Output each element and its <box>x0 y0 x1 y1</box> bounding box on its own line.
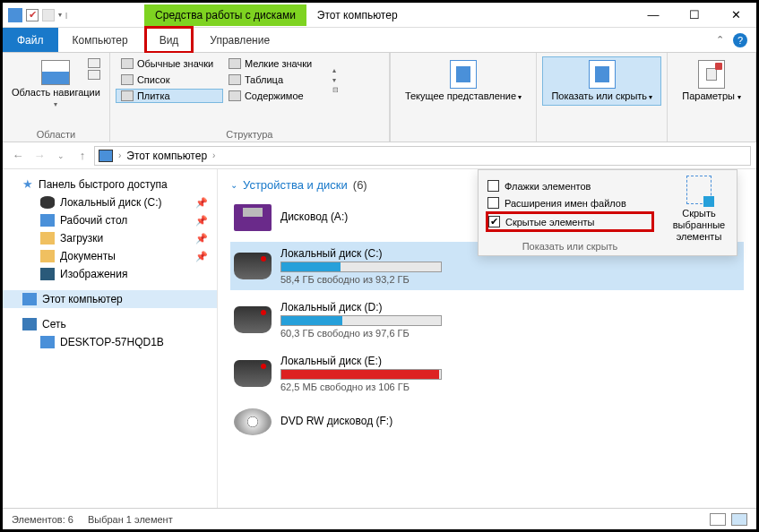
address-field[interactable]: › Этот компьютер › <box>94 146 751 166</box>
close-button[interactable]: ✕ <box>715 3 756 28</box>
sidebar-network-host[interactable]: DESKTOP-57HQD1B <box>3 333 217 351</box>
hdd-drive-icon <box>234 306 272 333</box>
explorer-window: ✔ ▾ | Средства работы с дисками Этот ком… <box>0 0 759 532</box>
drive-item[interactable]: Локальный диск (D:)60,3 ГБ свободно из 9… <box>230 296 744 344</box>
scroll-down-icon[interactable]: ▾ <box>332 76 339 84</box>
drive-item[interactable]: Локальный диск (E:)62,5 МБ свободно из 1… <box>230 349 744 398</box>
title-bar: ✔ ▾ | Средства работы с дисками Этот ком… <box>3 3 756 28</box>
options-button[interactable]: Параметры ▾ <box>673 56 750 106</box>
recent-dropdown-icon[interactable]: ⌄ <box>51 146 71 166</box>
tiles-view-toggle[interactable] <box>731 513 747 526</box>
scroll-up-icon[interactable]: ▴ <box>332 66 339 74</box>
chevron-right-icon[interactable]: › <box>118 150 121 160</box>
ribbon-group-current-view: Текущее представление ▾ <box>390 53 537 142</box>
drive-tools-context-tab[interactable]: Средства работы с дисками <box>144 4 306 26</box>
tab-computer[interactable]: Компьютер <box>58 28 142 52</box>
expand-gallery-icon[interactable]: ⊟ <box>332 86 339 94</box>
hide-selected-button[interactable]: Скрыть выбранные элементы <box>661 170 737 255</box>
up-button[interactable]: ↑ <box>73 146 92 166</box>
show-hide-icon <box>589 60 616 89</box>
status-selection: Выбран 1 элемент <box>88 514 173 525</box>
this-pc-icon <box>99 150 113 162</box>
checkbox-unchecked-icon <box>487 180 499 192</box>
drive-space-bar <box>280 369 442 380</box>
hdd-drive-icon <box>234 253 272 279</box>
show-hide-popup: Флажки элементов Расширения имен файлов … <box>478 169 737 256</box>
ribbon-tabs: Файл Компьютер Вид Управление ⌃ ? <box>3 28 756 53</box>
options-icon <box>698 60 725 89</box>
disk-icon <box>40 196 55 209</box>
show-hide-button[interactable]: Показать или скрыть ▾ <box>542 56 661 106</box>
details-view-toggle[interactable] <box>710 513 726 526</box>
layout-content[interactable]: Содержимое <box>223 89 331 103</box>
floppy-drive-icon <box>234 204 272 231</box>
navigation-pane: ★ Панель быстрого доступа Локальный диск… <box>3 169 218 508</box>
chevron-down-icon: ⌄ <box>230 180 237 190</box>
breadcrumb-segment[interactable]: Этот компьютер <box>126 150 207 162</box>
pin-icon: 📌 <box>195 197 208 209</box>
help-icon[interactable]: ? <box>733 33 747 47</box>
layout-tiles[interactable]: Плитка <box>116 89 223 103</box>
current-view-button[interactable]: Текущее представление ▾ <box>396 56 530 106</box>
window-title: Этот компьютер <box>317 9 398 21</box>
drive-item[interactable]: DVD RW дисковод (F:) <box>230 403 744 441</box>
sidebar-item-documents[interactable]: Документы📌 <box>3 247 217 265</box>
minimize-button[interactable]: — <box>633 3 674 28</box>
hide-selected-icon <box>686 176 712 204</box>
preview-pane-icon[interactable] <box>88 58 100 68</box>
chevron-right-icon[interactable]: › <box>212 150 215 160</box>
details-pane-icon[interactable] <box>88 70 100 80</box>
layout-small-icons[interactable]: Мелкие значки <box>223 56 331 71</box>
content-area: ★ Панель быстрого доступа Локальный диск… <box>3 169 756 508</box>
hdd-drive-icon <box>234 360 272 387</box>
checkbox-file-extensions[interactable]: Расширения имен файлов <box>486 194 654 211</box>
documents-icon <box>40 250 55 262</box>
status-item-count: Элементов: 6 <box>12 514 73 525</box>
ribbon-group-panes: Область навигации ▾ Области <box>3 53 110 142</box>
checkbox-unchecked-icon <box>487 197 499 209</box>
sidebar-network[interactable]: Сеть <box>3 315 217 333</box>
checkbox-checked-icon: ✔ <box>488 216 500 227</box>
layout-table[interactable]: Таблица <box>223 73 331 87</box>
maximize-button[interactable]: ☐ <box>674 3 715 28</box>
current-view-icon <box>450 60 477 89</box>
ribbon-group-options: Параметры ▾ <box>668 53 756 142</box>
pictures-icon <box>40 268 55 280</box>
sidebar-item-downloads[interactable]: Загрузки📌 <box>3 229 217 247</box>
tab-view[interactable]: Вид <box>144 26 194 54</box>
layout-normal-icons[interactable]: Обычные значки <box>116 56 223 71</box>
network-icon <box>22 318 37 330</box>
computer-icon <box>40 336 55 348</box>
window-controls: — ☐ ✕ <box>633 3 756 28</box>
tab-manage[interactable]: Управление <box>195 28 284 52</box>
qat-blank-icon[interactable] <box>42 9 55 21</box>
qat-dropdown-icon[interactable]: ▾ <box>58 11 62 19</box>
sidebar-this-pc[interactable]: Этот компьютер <box>3 290 217 308</box>
layout-list[interactable]: Список <box>116 73 223 87</box>
checkbox-hidden-items[interactable]: ✔ Скрытые элементы <box>486 211 654 232</box>
this-pc-icon <box>22 293 37 305</box>
sidebar-item-desktop[interactable]: Рабочий стол📌 <box>3 211 217 229</box>
drive-status-text: 58,4 ГБ свободно из 93,2 ГБ <box>280 274 740 285</box>
pin-icon: 📌 <box>195 251 208 262</box>
downloads-icon <box>40 232 55 245</box>
star-icon: ★ <box>22 177 33 191</box>
back-button[interactable]: ← <box>8 146 28 166</box>
forward-button[interactable]: → <box>30 146 49 166</box>
sidebar-item-pictures[interactable]: Изображения <box>3 265 217 283</box>
drive-name: Локальный диск (D:) <box>280 301 740 313</box>
sidebar-quick-access[interactable]: ★ Панель быстрого доступа <box>3 175 217 193</box>
sidebar-item-local-disk-c[interactable]: Локальный диск (C:)📌 <box>3 193 217 211</box>
collapse-ribbon-icon[interactable]: ⌃ <box>716 34 724 46</box>
ribbon: Область навигации ▾ Области Обычные знач… <box>3 53 756 142</box>
tab-file[interactable]: Файл <box>3 28 58 52</box>
monitor-icon[interactable] <box>8 8 22 22</box>
pin-icon: 📌 <box>195 215 208 227</box>
properties-icon[interactable]: ✔ <box>26 9 39 21</box>
address-bar: ← → ⌄ ↑ › Этот компьютер › <box>3 142 756 169</box>
ribbon-group-layout: Обычные значки Список Плитка Мелкие знач… <box>110 53 390 142</box>
drive-name: DVD RW дисковод (F:) <box>280 415 740 427</box>
checkbox-item-flags[interactable]: Флажки элементов <box>486 177 654 194</box>
drive-status-text: 60,3 ГБ свободно из 97,6 ГБ <box>280 328 740 339</box>
status-bar: Элементов: 6 Выбран 1 элемент <box>3 508 756 529</box>
